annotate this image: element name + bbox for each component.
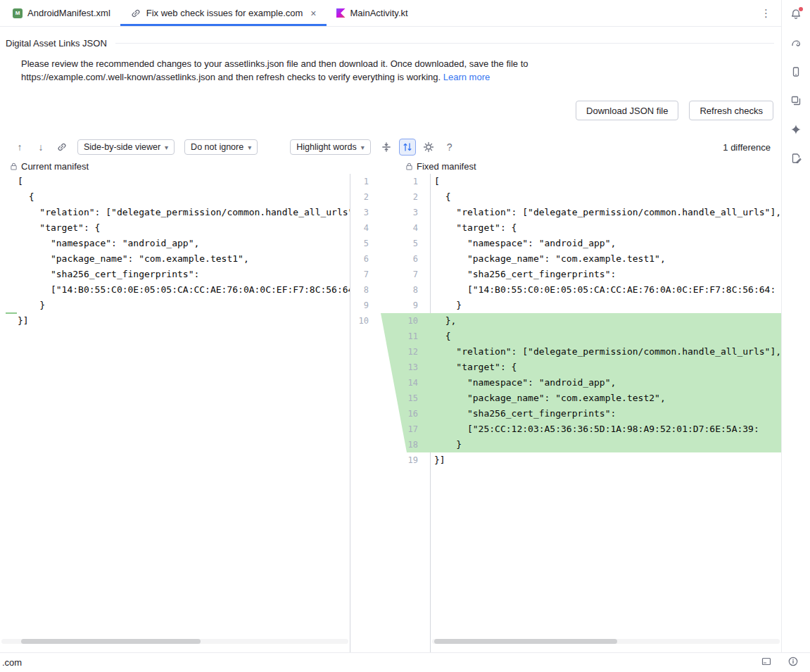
tab-label: AndroidManifest.xml: [27, 8, 110, 18]
line-number: 8: [400, 282, 418, 298]
chevron-down-icon: ▾: [361, 144, 365, 151]
diff-body: [ { "relation": ["delegate_permission/co…: [0, 174, 781, 653]
download-json-button[interactable]: Download JSON file: [576, 101, 678, 120]
code-line: "target": {: [0, 220, 350, 236]
fixed-manifest-pane[interactable]: [ { "relation": ["delegate_permission/co…: [431, 174, 781, 653]
code-line: ["14:B0:55:C0:0E:05:05:CA:CC:AE:76:0A:0C…: [431, 282, 781, 298]
notification-dot: [799, 7, 803, 11]
line-number: 2: [400, 189, 418, 205]
kotlin-icon: [336, 8, 346, 18]
line-number: 4: [400, 220, 418, 236]
code-line: "sha256_cert_fingerprints":: [0, 267, 350, 282]
tab-label: Fix web check issues for example.com: [146, 8, 303, 18]
line-number: 14: [400, 375, 418, 391]
tab-androidmanifest[interactable]: M AndroidManifest.xml: [3, 0, 120, 26]
line-number: 19: [400, 452, 418, 468]
collapse-unchanged-icon[interactable]: [378, 139, 395, 156]
chevron-down-icon: ▾: [165, 144, 168, 151]
help-icon[interactable]: ?: [441, 139, 458, 156]
line-number: 7: [400, 267, 418, 282]
tab-fix-web-check[interactable]: Fix web check issues for example.com ×: [120, 0, 327, 26]
line-number: 1: [350, 174, 369, 189]
line-number: 6: [350, 251, 369, 267]
line-number: 8: [350, 282, 369, 298]
code-line: ["14:B0:55:C0:0E:05:05:CA:CC:AE:76:0A:0C…: [0, 282, 350, 298]
code-line: }: [431, 298, 781, 313]
code-line: {: [431, 189, 781, 205]
resource-manager-icon[interactable]: [787, 92, 804, 109]
code-line: "namespace": "android_app",: [431, 236, 781, 251]
main-area: M AndroidManifest.xml Fix web check issu…: [0, 0, 781, 652]
ide-window: M AndroidManifest.xml Fix web check issu…: [0, 0, 810, 672]
page-title: Digital Asset Links JSON: [6, 38, 107, 49]
code-line: "sha256_cert_fingerprints":: [431, 406, 781, 421]
line-number: 4: [350, 220, 369, 236]
code-line: "package_name": "com.example.test1",: [0, 251, 350, 267]
status-bar: .com: [0, 652, 810, 672]
learn-more-link[interactable]: Learn more: [443, 72, 490, 82]
code-line: "namespace": "android_app",: [0, 236, 350, 251]
viewer-mode-select[interactable]: Side-by-side viewer ▾: [77, 139, 175, 155]
refresh-checks-button[interactable]: Refresh checks: [689, 101, 773, 120]
close-icon[interactable]: ×: [310, 8, 316, 19]
line-number: 10: [400, 313, 418, 329]
window-icon[interactable]: [761, 656, 772, 669]
code-line: "relation": ["delegate_permission/common…: [431, 205, 781, 220]
right-line-numbers: 12345678910111213141516171819: [400, 174, 418, 468]
fixed-manifest-title: Fixed manifest: [405, 161, 476, 172]
sync-scroll-icon[interactable]: [399, 139, 416, 156]
left-code: [ { "relation": ["delegate_permission/co…: [0, 174, 350, 329]
line-number: 3: [400, 205, 418, 220]
description-line-1: Please review the recommended changes to…: [21, 57, 781, 70]
section-head: Digital Asset Links JSON: [6, 38, 781, 49]
line-number: 10: [350, 313, 369, 329]
code-line: },: [431, 313, 781, 329]
whitespace-ignore-value: Do not ignore: [191, 142, 243, 152]
whitespace-ignore-select[interactable]: Do not ignore ▾: [184, 139, 258, 155]
code-line: "package_name": "com.example.test2",: [431, 391, 781, 406]
line-number: 6: [400, 251, 418, 267]
insertion-marker: [6, 312, 17, 314]
more-actions-icon[interactable]: ⋮: [751, 0, 781, 26]
right-code: [ { "relation": ["delegate_permission/co…: [431, 174, 781, 468]
highlight-mode-value: Highlight words: [296, 142, 356, 152]
left-horizontal-scrollbar[interactable]: [1, 639, 348, 644]
current-manifest-pane[interactable]: [ { "relation": ["delegate_permission/co…: [0, 174, 350, 653]
description-line-2: https://example.com/.well-known/assetlin…: [21, 70, 781, 84]
scrollbar-thumb[interactable]: [434, 639, 617, 644]
line-number: 17: [400, 421, 418, 437]
description: Please review the recommended changes to…: [21, 57, 781, 84]
highlight-mode-select[interactable]: Highlight words ▾: [290, 139, 371, 155]
active-tab-underline: [120, 24, 327, 26]
device-manager-icon[interactable]: [787, 63, 804, 80]
code-line: [: [0, 174, 350, 189]
diff-gutter: 12345678910 1234567891011121314151617181…: [350, 174, 431, 653]
app-links-assistant-icon[interactable]: [787, 150, 804, 167]
info-icon[interactable]: [787, 656, 799, 669]
code-line: "target": {: [431, 360, 781, 375]
line-number: 9: [400, 298, 418, 313]
notifications-icon[interactable]: [787, 6, 804, 23]
right-horizontal-scrollbar[interactable]: [432, 639, 780, 644]
line-number: 2: [350, 189, 369, 205]
line-number: 11: [400, 329, 418, 344]
jump-to-source-icon[interactable]: [53, 139, 70, 156]
line-number: 3: [350, 205, 369, 220]
code-line: ["25:CC:12:03:A5:36:36:5D:1A:98:A9:52:01…: [431, 421, 781, 437]
gemini-icon[interactable]: [787, 121, 804, 138]
code-line: "relation": ["delegate_permission/common…: [431, 344, 781, 360]
settings-icon[interactable]: [420, 139, 437, 156]
code-line: "target": {: [431, 220, 781, 236]
gradle-icon[interactable]: [787, 34, 804, 51]
code-line: "sha256_cert_fingerprints":: [431, 267, 781, 282]
code-line: "namespace": "android_app",: [431, 375, 781, 391]
code-line: "package_name": "com.example.test1",: [431, 251, 781, 267]
code-line: "relation": ["delegate_permission/common…: [0, 205, 350, 220]
tab-mainactivity[interactable]: MainActivity.kt: [327, 0, 418, 26]
line-number: 5: [350, 236, 369, 251]
lock-icon: [10, 162, 18, 171]
next-difference-icon[interactable]: ↓: [32, 139, 49, 156]
code-line: {: [431, 329, 781, 344]
previous-difference-icon[interactable]: ↑: [11, 139, 28, 156]
scrollbar-thumb[interactable]: [21, 639, 201, 644]
